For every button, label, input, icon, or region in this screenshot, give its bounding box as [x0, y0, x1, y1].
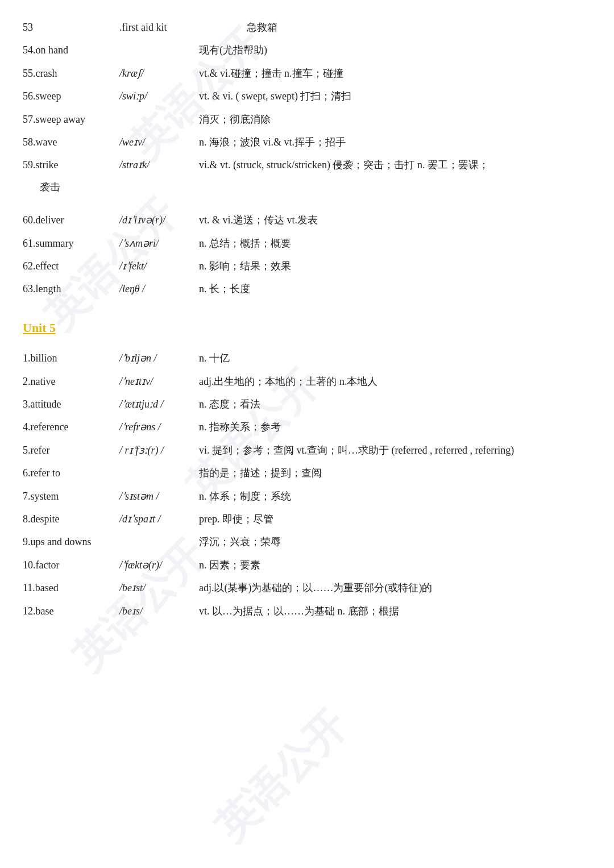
entry-u5-3: 3.attitude /ˈætɪtjuːd / n. 态度；看法	[23, 394, 591, 414]
entry-definition: adj.出生地的；本地的；土著的 n.本地人	[199, 372, 591, 391]
entry-phonetic	[119, 41, 199, 59]
entry-55: 55.crash /kræʃ/ vt.& vi.碰撞；撞击 n.撞车；碰撞	[23, 63, 591, 84]
entry-phonetic	[119, 464, 199, 482]
entry-number: 7.system	[23, 487, 119, 505]
entry-definition: n. 十亿	[199, 349, 591, 367]
entry-53: 53.first aid kit 急救箱	[23, 17, 591, 38]
entry-phonetic: /ˈsʌməri/	[119, 234, 199, 252]
entry-definition: n. 总结；概括；概要	[199, 234, 591, 252]
entry-phonetic: /ˈsɪstəm /	[119, 487, 199, 505]
entry-definition: vt. & vi.递送；传达 vt.发表	[199, 211, 591, 229]
entry-phonetic: /swiːp/	[119, 87, 199, 105]
entry-number: 12.base	[23, 602, 119, 620]
entry-definition: vt.& vi.碰撞；撞击 n.撞车；碰撞	[199, 64, 591, 82]
entry-56: 56.sweep /swiːp/ vt. & vi. ( swept, swep…	[23, 86, 591, 106]
entry-number: 11.based	[23, 579, 119, 597]
entry-definition: n. 海浪；波浪 vi.& vt.挥手；招手	[199, 133, 591, 151]
entry-u5-10: 10.factor /ˈfæktə(r)/ n. 因素；要素	[23, 555, 591, 575]
entry-number: 63.length	[23, 280, 119, 298]
unit5-entries: 1.billion /ˈbɪljən / n. 十亿 2.native /ˈne…	[23, 348, 591, 621]
entry-number: 4.reference	[23, 418, 119, 436]
entry-number: 58.wave	[23, 133, 119, 151]
entry-number: 9.ups and downs	[23, 533, 119, 551]
entry-u5-1: 1.billion /ˈbɪljən / n. 十亿	[23, 348, 591, 368]
entry-number: 10.factor	[23, 556, 119, 574]
entry-definition: 消灭；彻底消除	[199, 110, 591, 128]
entry-phonetic: /ˈrefrəns /	[119, 418, 199, 436]
entry-number: 59.strike	[23, 156, 119, 174]
entry-phonetic: /ɪˈfekt/	[119, 257, 199, 275]
entry-number: 8.despite	[23, 510, 119, 528]
entry-u5-9: 9.ups and downs 浮沉；兴衰；荣辱	[23, 531, 591, 552]
entry-number: 3.attitude	[23, 395, 119, 413]
entry-number: 55.crash	[23, 64, 119, 82]
entry-wrap-continuation: 袭击	[23, 178, 591, 196]
entry-u5-8: 8.despite /dɪˈspaɪt / prep. 即使；尽管	[23, 509, 591, 529]
entry-number: 2.native	[23, 372, 119, 391]
entry-number: 1.billion	[23, 349, 119, 367]
entry-number: 54.on hand	[23, 41, 119, 59]
entry-number: 60.deliver	[23, 211, 119, 229]
entry-60: 60.deliver /dɪˈlɪvə(r)/ vt. & vi.递送；传达 v…	[23, 210, 591, 230]
entry-definition: vt. 以…为据点；以……为基础 n. 底部；根据	[199, 602, 591, 620]
entry-phonetic: /dɪˈspaɪt /	[119, 510, 199, 528]
entry-number: 57.sweep away	[23, 110, 119, 128]
entry-u5-11: 11.based /beɪst/ adj.以(某事)为基础的；以……为重要部分(…	[23, 578, 591, 598]
entry-phonetic: /beɪs/	[119, 602, 199, 620]
entry-definition: 急救箱	[247, 18, 592, 36]
entry-definition: n. 体系；制度；系统	[199, 487, 591, 505]
entry-definition: n. 指称关系；参考	[199, 418, 591, 436]
entry-phonetic: /leŋθ /	[119, 280, 199, 298]
entry-number: 5.refer	[23, 441, 119, 459]
entry-phonetic: /kræʃ/	[119, 64, 199, 82]
entry-phonetic: /ˈneɪtɪv/	[119, 372, 199, 391]
entry-phonetic: /straɪk/	[119, 156, 199, 174]
entry-phonetic	[119, 533, 199, 551]
entry-definition: prep. 即使；尽管	[199, 510, 591, 528]
entry-phonetic: /ˈbɪljən /	[119, 349, 199, 367]
entry-definition: adj.以(某事)为基础的；以……为重要部分(或特征)的	[199, 579, 591, 597]
entry-phonetic	[119, 110, 199, 128]
entry-phonetic: /dɪˈlɪvə(r)/	[119, 211, 199, 229]
entry-u5-4: 4.reference /ˈrefrəns / n. 指称关系；参考	[23, 417, 591, 437]
entry-definition: n. 态度；看法	[199, 395, 591, 413]
unit5-heading: Unit 5	[23, 317, 591, 339]
entry-62: 62.effect /ɪˈfekt/ n. 影响；结果；效果	[23, 256, 591, 276]
entry-number: 53	[23, 18, 119, 36]
entry-definition: vi. 提到；参考；查阅 vt.查询；叫…求助于 (referred , ref…	[199, 441, 591, 459]
entry-definition: n. 长；长度	[199, 280, 591, 298]
entry-58: 58.wave /weɪv/ n. 海浪；波浪 vi.& vt.挥手；招手	[23, 132, 591, 152]
entry-number: 56.sweep	[23, 87, 119, 105]
entry-54: 54.on hand 现有(尤指帮助)	[23, 40, 591, 60]
entry-definition: n. 影响；结果；效果	[199, 257, 591, 275]
entry-57: 57.sweep away 消灭；彻底消除	[23, 109, 591, 130]
entry-phonetic: /beɪst/	[119, 579, 199, 597]
entry-definition: vi.& vt. (struck, struck/stricken) 侵袭；突击…	[199, 156, 591, 174]
entry-number: 62.effect	[23, 257, 119, 275]
entry-definition: 浮沉；兴衰；荣辱	[199, 533, 591, 551]
entry-phonetic: / rɪˈfɜː(r) /	[119, 441, 199, 459]
entry-number: 6.refer to	[23, 464, 119, 482]
entry-u5-7: 7.system /ˈsɪstəm / n. 体系；制度；系统	[23, 486, 591, 506]
entry-word: .first aid kit	[119, 18, 167, 36]
entry-definition: 现有(尤指帮助)	[199, 41, 591, 59]
entry-59: 59.strike /straɪk/ vi.& vt. (struck, str…	[23, 155, 591, 196]
entry-u5-2: 2.native /ˈneɪtɪv/ adj.出生地的；本地的；土著的 n.本地…	[23, 371, 591, 392]
entry-number: 61.summary	[23, 234, 119, 252]
unit4-entries: 53.first aid kit 急救箱 54.on hand 现有(尤指帮助)…	[23, 17, 591, 300]
entry-u5-5: 5.refer / rɪˈfɜː(r) / vi. 提到；参考；查阅 vt.查询…	[23, 440, 591, 460]
entry-phonetic: /ˈætɪtjuːd /	[119, 395, 199, 413]
entry-u5-12: 12.base /beɪs/ vt. 以…为据点；以……为基础 n. 底部；根据	[23, 601, 591, 621]
entry-63: 63.length /leŋθ / n. 长；长度	[23, 279, 591, 299]
entry-phonetic	[167, 18, 247, 36]
entry-phonetic: /ˈfæktə(r)/	[119, 556, 199, 574]
entry-definition: vt. & vi. ( swept, swept) 打扫；清扫	[199, 87, 591, 105]
entry-definition: n. 因素；要素	[199, 556, 591, 574]
entry-61: 61.summary /ˈsʌməri/ n. 总结；概括；概要	[23, 233, 591, 254]
entry-u5-6: 6.refer to 指的是；描述；提到；查阅	[23, 463, 591, 483]
entry-definition: 指的是；描述；提到；查阅	[199, 464, 591, 482]
entry-phonetic: /weɪv/	[119, 133, 199, 151]
